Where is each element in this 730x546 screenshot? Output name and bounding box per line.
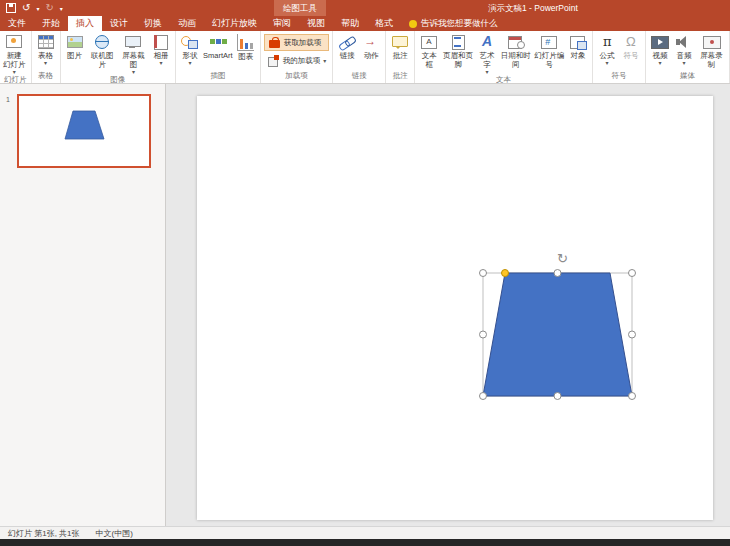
tab-file[interactable]: 文件 (0, 16, 34, 31)
tab-animations[interactable]: 动画 (170, 16, 204, 31)
button-label: 动作 (364, 51, 379, 60)
symbol-button: 符号 (619, 32, 643, 60)
button-label: SmartArt (203, 51, 233, 60)
tab-format[interactable]: 格式 (367, 16, 401, 31)
online-pictures-button[interactable]: 联机图片 (87, 32, 118, 69)
tell-me-box[interactable]: 告诉我您想要做什么 (401, 16, 506, 31)
table-button[interactable]: 表格 ▾ (34, 32, 58, 66)
ribbon-group-symbols: 公式 ▾ 符号 符号 (593, 31, 646, 83)
qat-customize-icon[interactable]: ▾ (60, 5, 63, 12)
selection-handle-bottom-right[interactable] (629, 393, 636, 400)
save-icon[interactable] (6, 3, 16, 13)
header-footer-button[interactable]: 页眉和页脚 (441, 32, 475, 69)
ribbon-group-comments: 批注 批注 (386, 31, 415, 83)
object-button[interactable]: 对象 (566, 32, 590, 60)
shapes-button[interactable]: 形状 ▾ (178, 32, 202, 66)
slide-number-button[interactable]: 幻灯片编号 (532, 32, 566, 69)
rotation-handle-icon[interactable]: ↻ (557, 251, 568, 266)
group-label-symbols: 符号 (595, 71, 643, 83)
button-label: 联机图片 (88, 51, 117, 69)
equation-button[interactable]: 公式 ▾ (595, 32, 619, 66)
status-slide-info: 幻灯片 第1张, 共1张 (8, 528, 80, 539)
ribbon: 新建 幻灯片 ▾ 幻灯片 表格 ▾ 表格 图片 (0, 31, 730, 84)
selection-handle-bottom-left[interactable] (480, 393, 487, 400)
button-label: 符号 (624, 51, 639, 60)
slide-canvas-area[interactable]: ↻ (166, 84, 730, 526)
status-language[interactable]: 中文(中国) (96, 528, 133, 539)
my-addins-icon (267, 54, 280, 67)
undo-dropdown-icon[interactable]: ▾ (36, 5, 39, 12)
pictures-button[interactable]: 图片 (63, 32, 87, 60)
ribbon-group-text: 文本框 页眉和页脚 艺术字 ▾ 日期和时间 幻灯片编号 (415, 31, 593, 83)
dropdown-arrow-icon: ▾ (160, 60, 163, 66)
ribbon-group-slides: 新建 幻灯片 ▾ 幻灯片 (0, 31, 32, 83)
button-label: 图表 (238, 52, 253, 61)
tab-transitions[interactable]: 切换 (136, 16, 170, 31)
tab-slideshow[interactable]: 幻灯片放映 (204, 16, 265, 31)
ribbon-group-addins: 获取加载项 我的加载项 ▾ 加载项 (261, 31, 334, 83)
selection-handle-top[interactable] (554, 270, 561, 277)
chart-button[interactable]: 图表 (234, 32, 258, 61)
tab-design[interactable]: 设计 (102, 16, 136, 31)
slide-thumbnail[interactable] (17, 94, 151, 168)
link-button[interactable]: 链接 (335, 32, 359, 60)
button-label: 屏幕录制 (697, 51, 726, 69)
action-icon (361, 34, 381, 50)
tab-home[interactable]: 开始 (34, 16, 68, 31)
slide[interactable]: ↻ (197, 96, 713, 520)
action-button[interactable]: 动作 (359, 32, 383, 60)
undo-icon[interactable]: ↺ (22, 3, 30, 13)
photo-album-button[interactable]: 相册 ▾ (149, 32, 173, 66)
button-label: 获取加载项 (284, 38, 322, 48)
smartart-button[interactable]: SmartArt (202, 32, 234, 60)
screenshot-icon (123, 34, 143, 50)
redo-icon[interactable]: ↻ (45, 3, 53, 13)
selection-handle-right[interactable] (629, 331, 636, 338)
selection-handle-top-right[interactable] (629, 270, 636, 277)
new-slide-icon (4, 34, 24, 50)
group-label-links: 链接 (335, 71, 383, 83)
shape-adjust-handle[interactable] (502, 270, 509, 277)
screenshot-button[interactable]: 屏幕截图 ▾ (118, 32, 149, 75)
screen-recording-button[interactable]: 屏幕录制 (696, 32, 727, 69)
ribbon-tab-bar: 文件 开始 插入 设计 切换 动画 幻灯片放映 审阅 视图 帮助 格式 告诉我您… (0, 16, 730, 31)
button-label: 图片 (67, 51, 82, 60)
quick-access-toolbar: ↺ ▾ ↻ ▾ (0, 3, 63, 13)
tab-view[interactable]: 视图 (299, 16, 333, 31)
group-label-images: 图像 (63, 75, 174, 84)
contextual-tab-group-label: 绘图工具 (274, 0, 326, 16)
title-bar: ↺ ▾ ↻ ▾ 绘图工具 演示文稿1 - PowerPoint (0, 0, 730, 16)
selection-handle-top-left[interactable] (480, 270, 487, 277)
dropdown-arrow-icon: ▾ (323, 58, 326, 64)
photo-album-icon (151, 34, 171, 50)
chart-icon (237, 34, 254, 51)
ribbon-group-table: 表格 ▾ 表格 (32, 31, 61, 83)
group-label-slides: 幻灯片 (2, 75, 29, 84)
tab-review[interactable]: 审阅 (265, 16, 299, 31)
smartart-icon (208, 34, 228, 50)
dropdown-arrow-icon: ▾ (658, 60, 661, 66)
new-slide-button[interactable]: 新建 幻灯片 ▾ (2, 32, 27, 75)
comment-button[interactable]: 批注 (388, 32, 412, 60)
symbol-icon (621, 34, 641, 50)
button-label: 表格 (38, 51, 53, 60)
group-label-text: 文本 (417, 75, 590, 84)
tab-help[interactable]: 帮助 (333, 16, 367, 31)
audio-button[interactable]: 音频 ▾ (672, 32, 696, 66)
textbox-button[interactable]: 文本框 (417, 32, 441, 69)
wordart-button[interactable]: 艺术字 ▾ (475, 32, 499, 75)
date-time-button[interactable]: 日期和时间 (499, 32, 533, 69)
button-label: 幻灯片编号 (533, 51, 565, 69)
button-label: 屏幕截图 (119, 51, 148, 69)
button-label: 批注 (393, 51, 408, 60)
selection-handle-bottom[interactable] (554, 393, 561, 400)
ribbon-group-media: 视频 ▾ 音频 ▾ 屏幕录制 媒体 (646, 31, 730, 83)
video-button[interactable]: 视频 ▾ (648, 32, 672, 66)
my-addins-button[interactable]: 我的加载项 ▾ (264, 53, 330, 68)
selected-shape-container: ↻ (473, 247, 653, 412)
trapezoid-shape[interactable] (483, 273, 632, 396)
get-addins-button[interactable]: 获取加载项 (264, 34, 330, 51)
tab-insert[interactable]: 插入 (68, 16, 102, 31)
selection-handle-left[interactable] (480, 331, 487, 338)
group-label-comments: 批注 (388, 71, 412, 83)
